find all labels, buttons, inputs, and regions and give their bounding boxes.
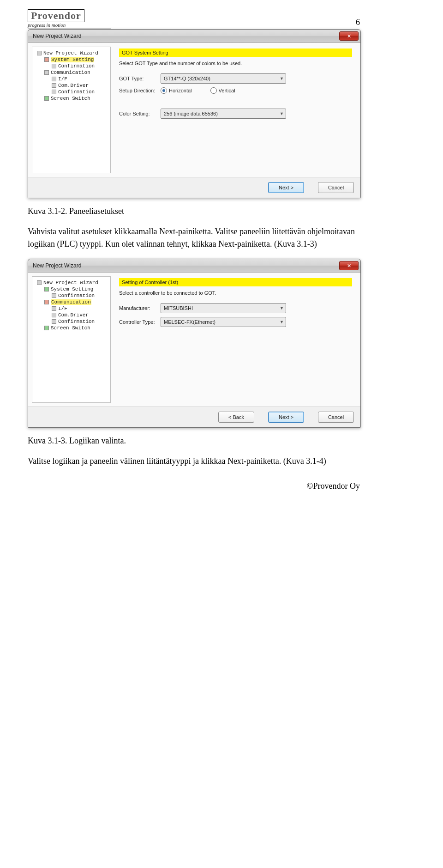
close-button[interactable]: ✕ [339, 31, 359, 41]
wizard-root-icon [37, 280, 42, 285]
close-icon: ✕ [347, 34, 351, 39]
wizard-window-2: New Project Wizard ✕ New Project Wizard … [28, 259, 361, 428]
figure-caption-2: Kuva 3.1-3. Logiikan valinta. [28, 436, 360, 446]
got-type-label: GOT Type: [119, 76, 161, 81]
body-paragraph-1: Vahvista valitut asetukset klikkaamalla … [28, 225, 360, 250]
got-type-value: GT14**-Q (320x240) [164, 76, 210, 81]
tree-node-icon [52, 83, 56, 88]
logo: Provendor progress in motion [28, 9, 111, 29]
chevron-down-icon: ▼ [280, 111, 284, 116]
tree-node-icon [52, 319, 56, 324]
figure-caption-1: Kuva 3.1-2. Paneeliasetukset [28, 206, 360, 216]
tree-node-icon [52, 90, 56, 94]
manufacturer-value: MITSUBISHI [164, 305, 193, 311]
tree-item-confirmation2[interactable]: Confirmation [58, 319, 95, 324]
tree-node-icon [44, 70, 49, 75]
tree-item-screen-switch[interactable]: Screen Switch [51, 96, 90, 101]
radio-label: Vertical [219, 88, 235, 93]
instruction-text: Select a controller to be connected to G… [119, 290, 352, 296]
radio-icon [210, 87, 217, 94]
color-setting-label: Color Setting: [119, 111, 161, 116]
tree-node-icon [44, 57, 49, 62]
body-paragraph-2: Valitse logiikan ja paneelin välinen lii… [28, 455, 360, 467]
tree-root: New Project Wizard [43, 50, 98, 56]
manufacturer-select[interactable]: MITSUBISHI ▼ [161, 303, 286, 313]
tree-node-icon [44, 300, 49, 304]
footer-copyright: ©Provendor Oy [28, 481, 360, 491]
wizard-tree[interactable]: New Project Wizard System Setting Confir… [32, 276, 111, 403]
doc-header: Provendor progress in motion 6 [28, 9, 360, 29]
next-button[interactable]: Next > [268, 412, 304, 423]
tree-node-icon [52, 64, 56, 68]
tree-item-confirmation[interactable]: Confirmation [58, 293, 95, 298]
close-button[interactable]: ✕ [339, 261, 359, 270]
direction-vertical-radio[interactable]: Vertical [210, 87, 235, 94]
tree-node-icon [52, 306, 56, 311]
wizard-content: GOT System Setting Select GOT Type and t… [114, 47, 357, 173]
tree-node-icon [44, 326, 49, 330]
tree-item-communication[interactable]: Communication [51, 70, 90, 75]
titlebar[interactable]: New Project Wizard ✕ [28, 259, 360, 273]
window-title: New Project Wizard [33, 33, 339, 39]
logo-tagline: progress in motion [28, 22, 111, 28]
manufacturer-label: Manufacturer: [119, 305, 161, 311]
chevron-down-icon: ▼ [280, 320, 284, 324]
chevron-down-icon: ▼ [280, 76, 284, 81]
wizard-tree[interactable]: New Project Wizard System Setting Confir… [32, 47, 111, 173]
tree-item-comdriver[interactable]: Com.Driver [58, 83, 89, 88]
wizard-root-icon [37, 51, 42, 55]
radio-label: Horizontal [169, 88, 192, 93]
controller-type-label: Controller Type: [119, 319, 161, 325]
back-button[interactable]: < Back [218, 412, 254, 423]
wizard-window-1: New Project Wizard ✕ New Project Wizard … [28, 29, 361, 198]
radio-icon [161, 87, 167, 94]
button-row: < Back Next > Cancel [28, 407, 360, 427]
chevron-down-icon: ▼ [280, 306, 284, 310]
cancel-button[interactable]: Cancel [318, 412, 354, 423]
controller-type-value: MELSEC-FX(Ethernet) [164, 319, 216, 325]
tree-node-icon [52, 77, 56, 81]
color-setting-value: 256 (image data 65536) [164, 111, 218, 116]
tree-item-screen-switch[interactable]: Screen Switch [51, 325, 90, 331]
tree-item-confirmation[interactable]: Confirmation [58, 63, 95, 69]
color-setting-select[interactable]: 256 (image data 65536) ▼ [161, 109, 286, 119]
direction-horizontal-radio[interactable]: Horizontal [161, 87, 192, 94]
setup-direction-label: Setup Direction: [119, 88, 161, 93]
instruction-text: Select GOT Type and the number of colors… [119, 61, 352, 66]
window-title: New Project Wizard [33, 262, 339, 269]
cancel-button[interactable]: Cancel [318, 182, 354, 193]
button-row: Next > Cancel [28, 177, 360, 198]
tree-item-comdriver[interactable]: Com.Driver [58, 312, 89, 318]
tree-node-icon [44, 287, 49, 291]
tree-item-if[interactable]: I/F [58, 76, 67, 82]
tree-root: New Project Wizard [43, 280, 98, 285]
tree-node-icon [52, 313, 56, 317]
tree-item-if[interactable]: I/F [58, 306, 67, 311]
next-button[interactable]: Next > [268, 182, 304, 193]
page-number: 6 [356, 18, 360, 27]
got-type-select[interactable]: GT14**-Q (320x240) ▼ [161, 73, 286, 84]
tree-item-communication[interactable]: Communication [51, 299, 91, 305]
tree-item-confirmation2[interactable]: Confirmation [58, 89, 95, 95]
titlebar[interactable]: New Project Wizard ✕ [28, 30, 360, 43]
wizard-content: Setting of Controller (1st) Select a con… [114, 276, 357, 403]
close-icon: ✕ [347, 263, 351, 268]
controller-type-select[interactable]: MELSEC-FX(Ethernet) ▼ [161, 317, 286, 327]
logo-name: Provendor [28, 9, 84, 22]
tree-node-icon [52, 293, 56, 298]
section-banner: GOT System Setting [119, 49, 352, 57]
tree-item-system-setting[interactable]: System Setting [51, 57, 94, 62]
tree-item-system-setting[interactable]: System Setting [51, 286, 93, 292]
tree-node-icon [44, 96, 49, 101]
section-banner: Setting of Controller (1st) [119, 278, 352, 286]
